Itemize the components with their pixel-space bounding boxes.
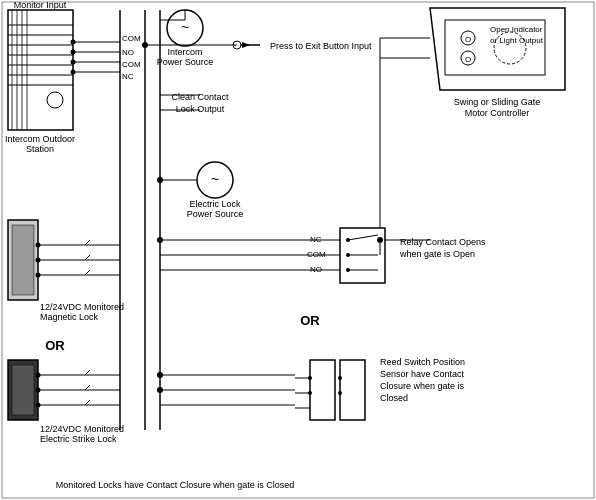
svg-text:Electric Strike Lock: Electric Strike Lock — [40, 434, 117, 444]
svg-text:Power Source: Power Source — [157, 57, 214, 67]
wiring-diagram: Monitor Input Intercom Outdoor Station ~… — [0, 0, 596, 500]
svg-point-131 — [157, 237, 163, 243]
svg-text:Monitored Locks have Contact C: Monitored Locks have Contact Closure whe… — [56, 480, 295, 490]
svg-text:OR: OR — [300, 313, 320, 328]
svg-point-121 — [338, 376, 342, 380]
svg-rect-1 — [8, 10, 73, 130]
svg-text:COM: COM — [122, 34, 141, 43]
svg-text:Lock Output: Lock Output — [176, 104, 225, 114]
svg-point-132 — [157, 372, 163, 378]
svg-text:COM: COM — [122, 60, 141, 69]
svg-text:Intercom Outdoor: Intercom Outdoor — [5, 134, 75, 144]
svg-text:~: ~ — [181, 19, 189, 35]
svg-point-13 — [47, 92, 63, 108]
svg-text:OR: OR — [45, 338, 65, 353]
svg-text:Electric Lock: Electric Lock — [189, 199, 241, 209]
svg-text:Press to Exit Button Input: Press to Exit Button Input — [270, 41, 372, 51]
svg-text:O: O — [465, 35, 471, 44]
svg-rect-67 — [12, 365, 34, 415]
svg-point-123 — [338, 391, 342, 395]
svg-rect-53 — [12, 225, 34, 295]
svg-text:Open Indicator: Open Indicator — [490, 25, 543, 34]
svg-text:12/24VDC Monitored: 12/24VDC Monitored — [40, 424, 124, 434]
svg-rect-115 — [310, 360, 335, 420]
svg-text:or Light Output: or Light Output — [490, 36, 544, 45]
svg-text:O: O — [465, 55, 471, 64]
svg-point-98 — [346, 238, 350, 242]
svg-text:Swing or Sliding Gate: Swing or Sliding Gate — [454, 97, 541, 107]
svg-point-135 — [157, 177, 163, 183]
svg-point-122 — [308, 391, 312, 395]
svg-text:Closed: Closed — [380, 393, 408, 403]
svg-text:Clean Contact: Clean Contact — [171, 92, 229, 102]
svg-text:NO: NO — [122, 48, 134, 57]
svg-text:Motor Controller: Motor Controller — [465, 108, 530, 118]
svg-text:when gate is Open: when gate is Open — [399, 249, 475, 259]
svg-point-133 — [157, 387, 163, 393]
svg-point-120 — [308, 376, 312, 380]
svg-text:Monitor Input: Monitor Input — [14, 0, 67, 10]
svg-text:Intercom: Intercom — [167, 47, 202, 57]
svg-text:Power Source: Power Source — [187, 209, 244, 219]
svg-point-113 — [377, 237, 383, 243]
svg-point-134 — [142, 42, 148, 48]
svg-rect-116 — [340, 360, 365, 420]
svg-text:Magnetic Lock: Magnetic Lock — [40, 312, 99, 322]
svg-text:NC: NC — [122, 72, 134, 81]
svg-text:Reed Switch Position: Reed Switch Position — [380, 357, 465, 367]
svg-text:Station: Station — [26, 144, 54, 154]
svg-text:12/24VDC Monitored: 12/24VDC Monitored — [40, 302, 124, 312]
svg-text:~: ~ — [211, 171, 219, 187]
svg-text:Closure when gate is: Closure when gate is — [380, 381, 465, 391]
svg-text:Sensor have Contact: Sensor have Contact — [380, 369, 465, 379]
svg-text:Relay Contact Opens: Relay Contact Opens — [400, 237, 486, 247]
